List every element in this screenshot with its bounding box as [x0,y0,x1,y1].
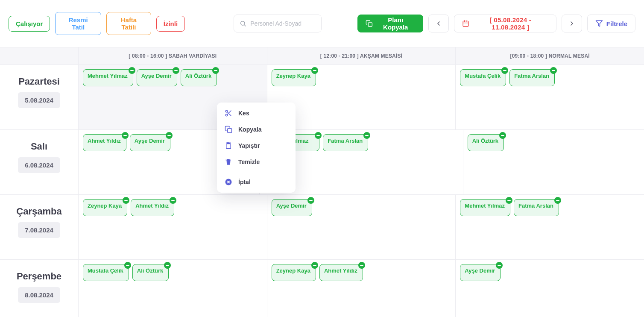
remove-icon[interactable] [315,132,322,139]
employee-chip[interactable]: Zeynep Kaya [272,69,316,86]
day-date: 6.08.2024 [18,157,60,173]
remove-icon[interactable] [129,67,135,74]
chip-label: Ali Öztürk [137,267,163,274]
employee-chip[interactable]: Ayşe Demir [130,134,170,151]
chip-label: Ahmet Yıldız [324,267,357,274]
day-name: Çarşamba [16,206,61,217]
context-menu: Kes Kopyala Yapıştır Temizle İptal [217,103,296,193]
chip-label: Fatma Arslan [518,203,553,209]
remove-icon[interactable] [170,197,176,204]
chip-label: Ayşe Demir [141,73,172,79]
remove-icon[interactable] [506,197,512,204]
employee-chip[interactable]: Fatma Arslan [323,134,368,151]
remove-icon[interactable] [166,132,173,139]
chip-label: Mehmet Yılmaz [465,203,505,209]
grid-header-shift: [ 12:00 - 21:00 ] AKŞAM MESAİSİ [267,47,456,65]
remove-icon[interactable] [363,132,370,139]
shift-cell[interactable]: Mustafa Çelik Ali Öztürk [78,260,267,317]
copy-icon [225,126,232,133]
chip-label: Mehmet Yılmaz [88,73,128,79]
shift-cell[interactable]: Ayşe Demir [455,260,644,317]
ctx-clear[interactable]: Temizle [217,154,296,170]
employee-chip[interactable]: Zeynep Kaya [83,199,127,216]
employee-chip[interactable]: Ali Öztürk [468,134,504,151]
employee-chip[interactable]: Ayşe Demir [272,199,312,216]
employee-chip[interactable]: Mustafa Çelik [83,264,129,281]
ctx-paste[interactable]: Yapıştır [217,138,296,154]
status-working-button[interactable]: Çalışıyor [9,16,50,32]
employee-chip[interactable]: Fatma Arslan [514,199,559,216]
date-range-button[interactable]: [ 05.08.2024 - 11.08.2024 ] [454,15,556,32]
employee-chip[interactable]: Fatma Arslan [509,69,555,86]
remove-icon[interactable] [501,67,508,74]
grid-header-row: [ 08:00 - 16:00 ] SABAH VARDİYASI [ 12:0… [0,47,644,65]
day-name: Perşembe [17,271,61,282]
ctx-copy[interactable]: Kopyala [217,121,296,138]
svg-rect-13 [228,129,232,133]
day-cell: Perşembe 8.08.2024 [0,260,78,317]
status-weekend-button[interactable]: Hafta Tatili [106,12,151,35]
remove-icon[interactable] [550,67,557,74]
shift-cell[interactable]: Mehmet Yılmaz Fatma Arslan [455,195,644,259]
remove-icon[interactable] [311,67,318,74]
employee-chip[interactable]: Ahmet Yıldız [319,264,363,281]
grid-row: Perşembe 8.08.2024 Mustafa Çelik Ali Özt… [0,260,644,317]
employee-chip[interactable]: Ali Öztürk [132,264,169,281]
ctx-cancel-label: İptal [238,179,251,185]
chevron-left-icon [435,20,442,27]
employee-chip[interactable]: Ahmet Yıldız [131,199,174,216]
remove-icon[interactable] [122,132,129,139]
svg-line-1 [244,25,246,26]
remove-icon[interactable] [311,262,318,269]
employee-chip[interactable]: Ahmet Yıldız [83,134,126,151]
employee-chip[interactable]: Ayşe Demir [137,69,177,86]
search-input[interactable] [234,15,322,32]
grid-row: Pazartesi 5.08.2024 Mehmet Yılmaz Ayşe D… [0,65,644,130]
day-date: 8.08.2024 [18,287,60,303]
remove-icon[interactable] [124,262,131,269]
employee-chip[interactable]: Ali Öztürk [181,69,217,86]
chip-label: Mustafa Çelik [88,267,123,274]
grid-row: Salı 6.08.2024 Ahmet Yıldız Ayşe Demir Y… [0,130,644,195]
chevron-right-icon [568,20,575,27]
employee-chip[interactable]: Mehmet Yılmaz [83,69,133,86]
remove-icon[interactable] [212,67,219,74]
employee-chip[interactable]: Mustafa Çelik [460,69,506,86]
ctx-cancel[interactable]: İptal [217,174,296,190]
shift-cell[interactable]: Zeynep Kaya Ahmet Yıldız [267,260,456,317]
date-range-label: [ 05.08.2024 - 11.08.2024 ] [473,16,548,31]
copy-plan-button[interactable]: Planı Kopyala [357,15,423,32]
remove-icon[interactable] [123,197,129,204]
chip-label: Zeynep Kaya [276,73,310,79]
shift-cell[interactable]: Zeynep Kaya Ahmet Yıldız [78,195,267,259]
ctx-clear-label: Temizle [238,158,260,165]
chip-label: Mustafa Çelik [465,73,501,79]
svg-marker-7 [596,21,602,26]
status-holiday-button[interactable]: Resmi Tatil [55,12,101,35]
prev-week-button[interactable] [428,15,449,32]
shift-cell[interactable]: Ali Öztürk [463,130,644,194]
chip-label: Ayşe Demir [465,267,495,274]
remove-icon[interactable] [554,197,561,204]
grid-header-shift: [ 08:00 - 16:00 ] SABAH VARDİYASI [78,47,267,65]
remove-icon[interactable] [496,262,503,269]
employee-chip[interactable]: Zeynep Kaya [272,264,316,281]
employee-chip[interactable]: Mehmet Yılmaz [460,199,510,216]
grid-row: Çarşamba 7.08.2024 Zeynep Kaya Ahmet Yıl… [0,195,644,260]
day-name: Pazartesi [18,76,60,87]
remove-icon[interactable] [173,67,179,74]
remove-icon[interactable] [499,132,506,139]
scissors-icon [225,109,232,117]
remove-icon[interactable] [358,262,365,269]
schedule-grid: [ 08:00 - 16:00 ] SABAH VARDİYASI [ 12:0… [0,47,644,317]
remove-icon[interactable] [307,197,314,204]
shift-cell[interactable]: Ayşe Demir [267,195,456,259]
status-leave-button[interactable]: İzinli [156,16,185,32]
employee-chip[interactable]: Ayşe Demir [460,264,501,281]
filter-button[interactable]: Filtrele [587,15,635,32]
chip-label: Ali Öztürk [472,138,498,144]
ctx-cut[interactable]: Kes [217,105,296,121]
shift-cell[interactable]: Mustafa Çelik Fatma Arslan [455,65,644,129]
remove-icon[interactable] [164,262,171,269]
next-week-button[interactable] [562,15,582,32]
